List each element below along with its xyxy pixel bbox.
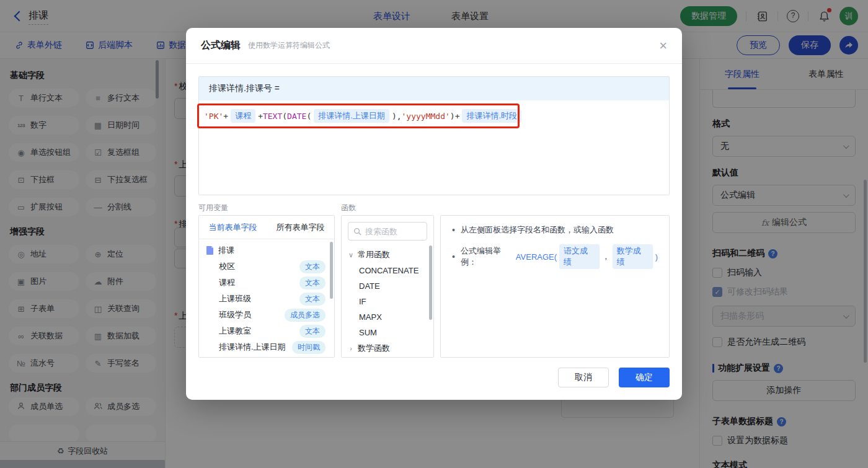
formula-editor: 排课详情.排课号 = 'PK' + 课程 + TEXT ( DATE ( 排课详… <box>198 76 670 195</box>
function-group-common[interactable]: ∨常用函数 <box>342 247 433 263</box>
formula-operator-token: + <box>455 112 460 121</box>
var-field-row[interactable]: 课程文本 <box>199 275 334 291</box>
var-field-row[interactable]: 上课班级文本 <box>199 291 334 307</box>
modal-header: 公式编辑 使用数学运算符编辑公式 × <box>186 28 682 64</box>
formula-paren-token: ( <box>282 112 287 121</box>
modal-footer: 取消 确定 <box>558 368 670 387</box>
formula-operator-token: + <box>223 112 228 121</box>
function-item-sum[interactable]: SUM <box>342 325 433 340</box>
tips-label-spacer <box>440 203 670 211</box>
variables-scrollbar[interactable] <box>330 242 333 299</box>
chevron-expanded-icon: ∨ <box>348 251 354 259</box>
formula-paren-token: ( <box>306 112 311 121</box>
close-icon[interactable]: × <box>659 39 667 53</box>
example-chip: 数学成绩 <box>613 244 653 269</box>
formula-comma-token: , <box>397 112 402 121</box>
field-type-badge: 时间戳 <box>292 341 326 354</box>
field-chip: 课程 <box>231 109 255 123</box>
modal-title: 公式编辑 <box>201 39 241 52</box>
function-item-date[interactable]: DATE <box>342 278 433 294</box>
variables-tabs: 当前表单字段 所有表单字段 <box>199 216 334 239</box>
field-type-badge: 成员多选 <box>285 309 326 322</box>
field-type-badge: 文本 <box>299 293 326 306</box>
bullet-icon: • <box>452 252 455 262</box>
formula-paren-token: ) <box>392 112 397 121</box>
modal-subtitle: 使用数学运算符编辑公式 <box>248 40 330 51</box>
var-tab-all[interactable]: 所有表单字段 <box>267 216 334 239</box>
variables-list: 排课 校区文本 课程文本 上课班级文本 班级学员成员多选 上课教室文本 排课详情… <box>199 239 334 358</box>
field-type-badge: 文本 <box>299 260 326 273</box>
variables-label: 可用变量 <box>198 203 335 211</box>
cancel-button[interactable]: 取消 <box>558 368 609 387</box>
function-search-input[interactable] <box>365 227 421 236</box>
app-root: 排课 表单设计 表单设置 数据管理 ? 训 表单外链 <box>0 0 868 468</box>
tip-item: • 从左侧面板选择字段名和函数，或输入函数 <box>452 224 658 236</box>
var-root-item[interactable]: 排课 <box>199 242 334 258</box>
formula-operator-token: + <box>258 112 263 121</box>
function-group-text[interactable]: ›文本函数 <box>342 356 433 358</box>
var-field-row[interactable]: 排课详情.上课日期时间戳 <box>199 339 334 355</box>
search-icon <box>353 227 361 236</box>
var-field-row[interactable]: 班级学员成员多选 <box>199 307 334 323</box>
function-group-math[interactable]: ›数学函数 <box>342 340 433 356</box>
example-chip: 语文成绩 <box>559 244 600 269</box>
functions-panel: ∨常用函数 CONCATENATE DATE IF MAPX SUM ›数学函数… <box>341 215 434 358</box>
formula-input-area[interactable]: 'PK' + 课程 + TEXT ( DATE ( 排课详情.上课日期 ) , … <box>199 100 669 195</box>
function-item-mapx[interactable]: MAPX <box>342 309 433 325</box>
formula-paren-token: ) <box>450 112 455 121</box>
formula-function-token: TEXT <box>263 112 282 121</box>
functions-label: 函数 <box>341 203 434 211</box>
formula-string-token: 'yyyyMMdd' <box>402 112 450 121</box>
tips-panel: • 从左侧面板选择字段名和函数，或输入函数 • 公式编辑举例： AVERAGE(… <box>440 215 670 358</box>
formula-modal: 公式编辑 使用数学运算符编辑公式 × 排课详情.排课号 = 'PK' + 课程 … <box>186 28 682 400</box>
functions-scrollbar[interactable] <box>429 245 432 320</box>
chevron-collapsed-icon: › <box>348 345 354 352</box>
formula-target: 排课详情.排课号 = <box>199 77 669 100</box>
field-type-badge: 文本 <box>299 325 326 338</box>
bullet-icon: • <box>452 225 455 235</box>
var-field-row[interactable]: 校区文本 <box>199 258 334 275</box>
field-type-badge: 文本 <box>299 276 326 289</box>
field-chip: 排课详情.上课日期 <box>314 109 389 123</box>
variables-panel: 当前表单字段 所有表单字段 排课 校区文本 课程文本 上课班级文本 班级学员成员… <box>198 215 335 358</box>
tip-item: • 公式编辑举例： AVERAGE( 语文成绩 ， 数学成绩 ) <box>452 244 658 269</box>
formula-function-token: DATE <box>287 112 306 121</box>
formula-string-token: 'PK' <box>204 112 223 121</box>
function-item-concatenate[interactable]: CONCATENATE <box>342 263 433 278</box>
document-icon <box>206 246 214 255</box>
var-tab-current[interactable]: 当前表单字段 <box>199 216 267 239</box>
formula-expression[interactable]: 'PK' + 课程 + TEXT ( DATE ( 排课详情.上课日期 ) , … <box>204 108 524 124</box>
example-function: AVERAGE( <box>516 252 557 262</box>
function-search-box <box>348 222 427 241</box>
var-field-row[interactable]: 上课教室文本 <box>199 323 334 339</box>
field-chip: 排课详情.时段 <box>462 109 521 123</box>
confirm-button[interactable]: 确定 <box>619 368 670 387</box>
function-tree: ∨常用函数 CONCATENATE DATE IF MAPX SUM ›数学函数… <box>342 247 433 358</box>
function-item-if[interactable]: IF <box>342 294 433 309</box>
